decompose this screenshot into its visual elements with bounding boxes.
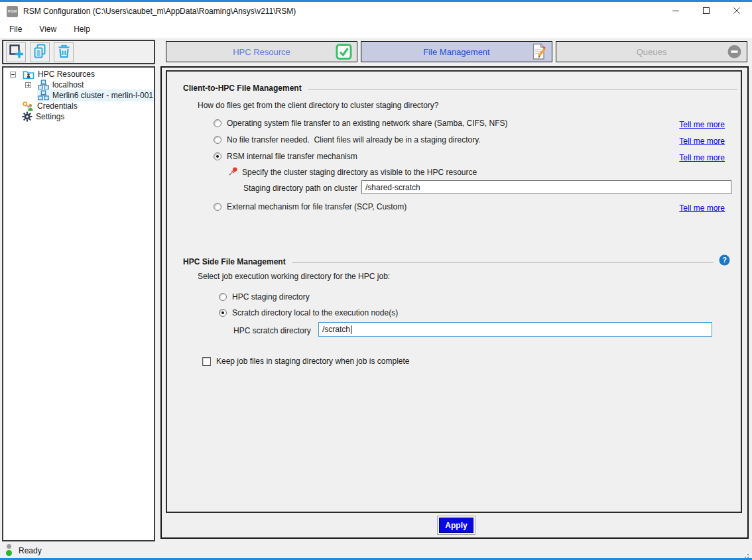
radio-icon[interactable] [214, 136, 221, 144]
hpc-resources-folder-icon [23, 70, 34, 80]
collapse-expander-icon[interactable] [10, 72, 16, 78]
apply-button-frame: Apply [437, 516, 475, 535]
radio-no-file-transfer-label: No file transfer needed. Client files wi… [227, 135, 481, 144]
hpc-section-header: HPC Side File Management [183, 257, 714, 266]
tree-label-settings: Settings [36, 112, 64, 121]
radio-os-file-transfer[interactable]: Operating system file transfer to an exi… [214, 119, 508, 128]
resize-grip[interactable] [747, 554, 749, 555]
tree-item-settings[interactable]: Settings [3, 111, 154, 122]
help-icon[interactable]: ? [719, 254, 730, 268]
cluster-icon [38, 90, 49, 101]
radio-external-mechanism[interactable]: External mechanism for file transfer (SC… [214, 202, 407, 211]
delete-configuration-button[interactable] [54, 42, 74, 62]
tell-me-more-link-3[interactable]: Tell me more [679, 153, 725, 162]
tab-hpc-resource[interactable]: HPC Resource [166, 41, 357, 62]
keep-files-checkbox-row[interactable]: Keep job files in staging directory when… [202, 357, 410, 366]
menu-file[interactable]: File [1, 22, 30, 36]
window-title: RSM Configuration (C:\Users\caubet_m\App… [23, 7, 296, 16]
app-icon: RSM [7, 6, 18, 17]
radio-rsm-internal-transfer[interactable]: RSM internal file transfer mechanism [214, 152, 357, 161]
section-rule [292, 262, 714, 263]
cluster-icon [38, 80, 49, 90]
duplicate-configuration-button[interactable] [30, 42, 50, 62]
tree-item-localhost[interactable]: localhost [3, 80, 154, 90]
green-check-icon [336, 44, 352, 60]
rsm-configuration-window: RSM RSM Configuration (C:\Users\caubet_m… [0, 0, 752, 560]
tab-queues[interactable]: Queues [556, 41, 747, 62]
radio-scratch-directory[interactable]: Scratch directory local to the execution… [219, 308, 398, 317]
pin-note-text: Specify the cluster staging directory as… [242, 168, 477, 177]
close-button[interactable] [721, 2, 752, 21]
radio-hpc-staging-directory-label: HPC staging directory [232, 292, 310, 302]
client-question: How do files get from the client directo… [198, 101, 439, 110]
client-section-title: Client-to-HPC File Management [183, 84, 302, 93]
status-bar: Ready [0, 543, 752, 558]
status-green-dot-icon [6, 550, 12, 556]
staging-path-input[interactable]: /shared-scratch [361, 180, 731, 194]
scratch-directory-value: /scratch [322, 325, 350, 334]
minimize-button[interactable] [660, 2, 691, 21]
radio-rsm-internal-transfer-label: RSM internal file transfer mechanism [227, 152, 357, 161]
copy-icon [32, 44, 48, 61]
title-bar[interactable]: RSM RSM Configuration (C:\Users\caubet_m… [0, 2, 752, 21]
apply-button[interactable]: Apply [439, 518, 473, 533]
radio-icon[interactable] [214, 119, 221, 127]
scratch-directory-input[interactable]: /scratch [318, 322, 712, 337]
client-section-header: Client-to-HPC File Management [183, 84, 737, 93]
radio-icon[interactable] [214, 203, 221, 211]
tree-label-hpc-resources: HPC Resources [38, 70, 95, 79]
minimize-icon [672, 7, 680, 17]
add-icon [9, 44, 24, 61]
text-caret [351, 325, 351, 334]
radio-hpc-staging-directory[interactable]: HPC staging directory [219, 292, 310, 302]
window-controls [660, 2, 752, 21]
tell-me-more-link-2[interactable]: Tell me more [679, 137, 725, 146]
section-rule [308, 89, 737, 89]
checkbox-unchecked-icon[interactable] [202, 357, 211, 366]
radio-no-file-transfer[interactable]: No file transfer needed. Client files wi… [214, 135, 481, 144]
radio-checked-icon[interactable] [219, 309, 227, 317]
radio-os-file-transfer-label: Operating system file transfer to an exi… [227, 119, 508, 128]
tab-queues-label: Queues [637, 47, 667, 57]
tree-label-merlin6-cluster: Merlin6 cluster - merlin-l-001 [52, 91, 153, 100]
scratch-directory-label: HPC scratch directory [233, 326, 311, 335]
staging-path-value: /shared-scratch [365, 183, 420, 192]
staging-path-label: Staging directory path on cluster [243, 184, 357, 193]
radio-external-mechanism-label: External mechanism for file transfer (SC… [227, 202, 407, 211]
tree-item-merlin6-cluster[interactable]: Merlin6 cluster - merlin-l-001 [3, 90, 154, 101]
tree-item-hpc-resources[interactable]: HPC Resources [3, 69, 154, 80]
tree-toolbar [2, 40, 155, 64]
disabled-minus-icon [727, 44, 742, 60]
status-gray-dot-icon [7, 544, 11, 549]
tell-me-more-link-1[interactable]: Tell me more [679, 120, 725, 129]
edit-document-icon [531, 43, 547, 60]
menu-view[interactable]: View [31, 22, 64, 36]
radio-checked-icon[interactable] [214, 152, 221, 160]
configuration-tree: HPC Resources localhost [2, 66, 155, 541]
radio-icon[interactable] [219, 293, 227, 301]
add-configuration-button[interactable] [6, 42, 26, 62]
credentials-icon [22, 101, 34, 111]
trash-icon [56, 44, 72, 61]
menu-bar: File View Help [0, 21, 752, 38]
expand-expander-icon[interactable] [25, 82, 31, 88]
keep-files-checkbox-label: Keep job files in staging directory when… [216, 357, 410, 366]
status-text: Ready [19, 546, 42, 555]
tree-item-credentials[interactable]: Credentials [3, 101, 154, 111]
settings-gear-icon [22, 111, 32, 122]
tree-label-localhost: localhost [52, 80, 84, 89]
tree-label-credentials: Credentials [37, 101, 78, 111]
file-management-panel: Client-to-HPC File Management How do fil… [166, 70, 742, 513]
tell-me-more-link-4[interactable]: Tell me more [679, 203, 725, 213]
file-management-page: Client-to-HPC File Management How do fil… [160, 66, 749, 539]
pin-note-row: Specify the cluster staging directory as… [228, 166, 477, 178]
tab-hpc-resource-label: HPC Resource [233, 47, 290, 57]
hpc-section-title: HPC Side File Management [183, 257, 286, 266]
close-icon [733, 7, 741, 17]
pushpin-icon [228, 166, 238, 178]
maximize-button[interactable] [691, 2, 721, 21]
menu-help[interactable]: Help [66, 22, 98, 36]
tab-file-management-label: File Management [423, 47, 489, 57]
tab-file-management[interactable]: File Management [361, 41, 552, 62]
config-tabs: HPC Resource File Management [166, 41, 747, 62]
